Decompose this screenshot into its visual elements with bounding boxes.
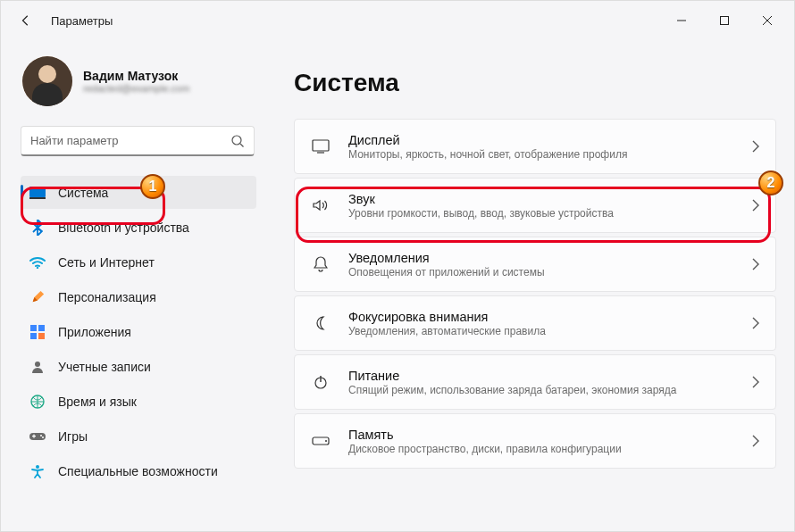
card-title: Уведомления <box>348 251 752 265</box>
svg-line-5 <box>240 144 244 147</box>
svg-rect-11 <box>30 333 37 339</box>
sidebar: Вадим Матузок redacted@example.com Систе… <box>1 40 269 531</box>
sidebar-item-label: Приложения <box>58 325 131 339</box>
card-display[interactable]: ДисплейМониторы, яркость, ночной свет, о… <box>294 119 776 174</box>
svg-rect-10 <box>38 325 45 331</box>
svg-rect-15 <box>29 433 46 440</box>
paintbrush-icon <box>29 289 46 305</box>
sidebar-item-system[interactable]: Система <box>21 176 256 209</box>
sidebar-item-accessibility[interactable]: Специальные возможности <box>21 454 256 487</box>
card-focus[interactable]: Фокусировка вниманияУведомления, автомат… <box>294 295 776 351</box>
system-icon <box>29 185 46 201</box>
svg-point-13 <box>35 362 40 367</box>
chevron-right-icon <box>752 199 759 212</box>
svg-rect-1 <box>721 17 729 25</box>
user-name: Вадим Матузок <box>83 69 189 83</box>
sidebar-item-bluetooth[interactable]: Bluetooth и устройства <box>21 211 256 244</box>
svg-rect-21 <box>313 140 329 151</box>
sidebar-item-label: Игры <box>58 429 88 444</box>
svg-point-17 <box>42 436 44 438</box>
sidebar-nav: Система Bluetooth и устройства Сеть и Ин… <box>21 176 256 487</box>
svg-rect-9 <box>30 325 37 331</box>
svg-point-4 <box>232 136 241 145</box>
chevron-right-icon <box>752 435 759 447</box>
sidebar-item-label: Специальные возможности <box>58 464 218 478</box>
svg-point-3 <box>38 65 56 83</box>
svg-point-20 <box>36 465 39 469</box>
moon-icon <box>311 313 331 333</box>
card-notifications[interactable]: УведомленияОповещения от приложений и си… <box>294 237 776 292</box>
card-storage[interactable]: ПамятьДисковое пространство, диски, прав… <box>294 413 776 469</box>
maximize-button[interactable] <box>705 6 744 35</box>
person-icon <box>29 359 46 375</box>
card-title: Питание <box>348 369 752 383</box>
card-title: Звук <box>348 192 752 206</box>
back-button[interactable] <box>17 12 35 29</box>
accessibility-icon <box>29 463 46 479</box>
card-title: Память <box>348 428 752 442</box>
user-email: redacted@example.com <box>83 83 189 94</box>
card-sub: Мониторы, яркость, ночной свет, отображе… <box>348 148 752 161</box>
power-icon <box>311 372 331 392</box>
wifi-icon <box>29 254 46 270</box>
card-sub: Оповещения от приложений и системы <box>348 266 752 278</box>
card-title: Фокусировка внимания <box>348 310 752 324</box>
window-title: Параметры <box>51 14 113 28</box>
card-power[interactable]: ПитаниеСпящий режим, использование заряд… <box>294 354 776 410</box>
clock-globe-icon <box>29 394 46 410</box>
svg-rect-6 <box>29 187 46 197</box>
chevron-right-icon <box>752 317 759 329</box>
main-panel: Система ДисплейМониторы, яркость, ночной… <box>269 40 794 531</box>
chevron-right-icon <box>752 258 759 270</box>
page-title: Система <box>294 69 776 97</box>
svg-point-8 <box>37 266 38 268</box>
svg-rect-19 <box>33 434 34 437</box>
chevron-right-icon <box>752 376 759 388</box>
display-icon <box>311 137 331 156</box>
sidebar-item-label: Сеть и Интернет <box>58 255 155 270</box>
bluetooth-icon <box>29 220 46 236</box>
sound-icon <box>311 195 331 215</box>
sidebar-item-label: Учетные записи <box>58 360 151 374</box>
storage-icon <box>311 431 331 451</box>
bell-icon <box>311 254 331 274</box>
sidebar-item-personalization[interactable]: Персонализация <box>21 280 256 313</box>
chevron-right-icon <box>752 140 759 153</box>
avatar <box>22 56 72 106</box>
sidebar-item-label: Система <box>58 186 108 200</box>
card-title: Дисплей <box>348 133 752 147</box>
close-button[interactable] <box>748 6 787 35</box>
svg-point-26 <box>325 440 327 442</box>
svg-rect-7 <box>29 197 46 199</box>
sidebar-item-label: Время и язык <box>58 395 137 409</box>
sidebar-item-network[interactable]: Сеть и Интернет <box>21 245 256 278</box>
svg-rect-12 <box>38 333 45 339</box>
titlebar: Параметры <box>1 1 794 40</box>
card-sub: Дисковое пространство, диски, правила ко… <box>348 443 752 455</box>
svg-point-16 <box>40 435 42 436</box>
user-block[interactable]: Вадим Матузок redacted@example.com <box>21 40 256 122</box>
search-icon <box>230 134 245 148</box>
sidebar-item-label: Персонализация <box>58 290 156 304</box>
minimize-button[interactable] <box>662 6 701 35</box>
search-box[interactable] <box>21 126 255 156</box>
sidebar-item-accounts[interactable]: Учетные записи <box>21 350 256 383</box>
window-controls <box>662 6 787 35</box>
maximize-icon <box>719 15 730 26</box>
card-sub: Спящий режим, использование заряда батар… <box>348 384 752 396</box>
card-sound[interactable]: ЗвукУровни громкости, вывод, ввод, звуко… <box>294 178 776 233</box>
sidebar-item-apps[interactable]: Приложения <box>21 315 256 348</box>
arrow-left-icon <box>20 14 32 27</box>
apps-icon <box>29 324 46 340</box>
close-icon <box>762 15 773 26</box>
gamepad-icon <box>29 428 46 445</box>
sidebar-item-gaming[interactable]: Игры <box>21 420 256 453</box>
sidebar-item-time[interactable]: Время и язык <box>21 385 256 418</box>
card-sub: Уровни громкости, вывод, ввод, звуковые … <box>348 207 752 220</box>
card-sub: Уведомления, автоматические правила <box>348 325 752 337</box>
search-input[interactable] <box>30 134 230 147</box>
minimize-icon <box>676 15 687 26</box>
sidebar-item-label: Bluetooth и устройства <box>58 220 189 235</box>
